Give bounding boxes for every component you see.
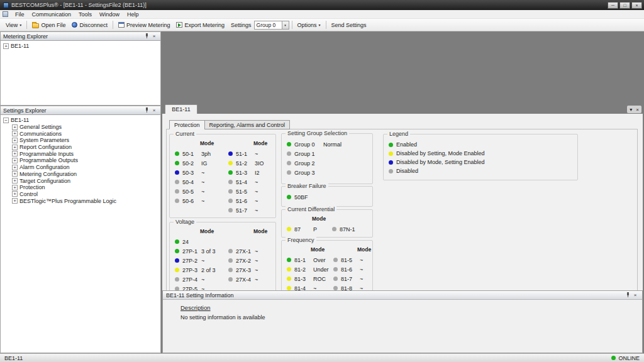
close-icon[interactable]: ×: [631, 292, 639, 299]
tree-expand-icon[interactable]: +: [12, 131, 18, 136]
tree-item-protection[interactable]: +Protection: [3, 184, 160, 191]
element-mode: ~: [201, 277, 204, 283]
tree-item-be1-11[interactable]: + BE1-11: [3, 43, 160, 50]
close-icon[interactable]: ×: [150, 33, 158, 40]
pin-icon[interactable]: [143, 33, 150, 40]
element-mode: ~: [255, 189, 258, 195]
metering-explorer-header[interactable]: Metering Explorer ×: [0, 31, 161, 41]
tree-item-be1-11-root[interactable]: − BE1-11: [3, 117, 160, 124]
tree-expand-icon[interactable]: +: [12, 158, 18, 163]
status-dot-gray: [287, 151, 291, 156]
tree-item-bestlogic-plus-programmable-logic[interactable]: +BESTlogic™Plus Programmable Logic: [3, 197, 160, 204]
status-dot-yellow: [287, 286, 291, 290]
tab-reporting-alarms-control[interactable]: Reporting, Alarms and Control: [204, 120, 291, 129]
preview-metering-button[interactable]: Preview Metering: [116, 21, 173, 30]
setting-information-header[interactable]: BE1-11 Setting Information ×: [163, 291, 642, 300]
element-label: 81-4: [294, 285, 312, 291]
element-label: 81-7: [341, 276, 358, 282]
title-bar[interactable]: BESTCOMSPlus® - [BE1-11 - SettingsFile2 …: [0, 0, 644, 10]
minimize-button[interactable]: ─: [608, 2, 618, 9]
tree-item-alarm-configuration[interactable]: +Alarm Configuration: [3, 164, 160, 171]
tree-expand-icon[interactable]: +: [12, 171, 18, 177]
tab-protection[interactable]: Protection: [169, 120, 205, 129]
tree-item-control[interactable]: +Control: [3, 191, 160, 198]
status-dot-gray: [228, 189, 233, 194]
element-label: Group 0: [294, 141, 322, 148]
protection-element-row: 50-5~: [175, 187, 228, 196]
status-dot-gray: [228, 180, 233, 184]
setting-information-title: BE1-11 Setting Information: [166, 292, 233, 299]
tree-item-target-configuration[interactable]: +Target Configuration: [3, 177, 160, 184]
protection-element-row: 50-13ph: [175, 149, 228, 158]
tree-expand-icon[interactable]: +: [12, 191, 18, 197]
settings-explorer-header[interactable]: Settings Explorer ×: [0, 106, 161, 115]
tree-expand-icon[interactable]: +: [3, 43, 9, 49]
status-dot-green: [287, 142, 291, 146]
tree-item-programmable-inputs[interactable]: +Programmable Inputs: [3, 150, 160, 157]
tree-item-label: Alarm Configuration: [19, 164, 70, 170]
close-button[interactable]: ×: [631, 2, 642, 9]
export-metering-button[interactable]: Export Metering: [174, 21, 227, 30]
groupbox-title: Setting Group Selection: [286, 130, 349, 136]
tree-expand-icon[interactable]: +: [12, 198, 18, 204]
status-dot-gray: [228, 268, 233, 272]
element-mode: ~: [360, 257, 363, 263]
menu-file[interactable]: File: [11, 10, 28, 18]
status-dot-gray: [228, 249, 233, 253]
chevron-down-icon[interactable]: ▾: [630, 107, 632, 112]
protection-element-row: 50-6~: [175, 196, 228, 206]
tree-collapse-icon[interactable]: −: [3, 118, 9, 123]
settings-group-select[interactable]: Group 0 ▾: [254, 21, 289, 30]
status-dot-gray: [287, 161, 291, 165]
element-label: Enabled: [396, 141, 417, 148]
element-label: 51-3: [236, 170, 253, 176]
send-settings-button[interactable]: Send Settings: [329, 21, 369, 30]
options-label: Options: [297, 22, 317, 28]
menu-communication[interactable]: Communication: [28, 10, 75, 18]
tree-item-system-parameters[interactable]: +System Parameters: [3, 137, 160, 144]
status-dot-yellow: [228, 161, 233, 165]
element-mode: ~: [201, 170, 204, 176]
tree-expand-icon[interactable]: +: [12, 124, 18, 130]
tree-expand-icon[interactable]: +: [12, 145, 18, 150]
mdi-workspace: BE1-11 ▾ × Protection Reporting, Alarms …: [161, 31, 644, 353]
send-settings-label: Send Settings: [331, 22, 367, 28]
menu-tools[interactable]: Tools: [75, 10, 96, 18]
disconnect-button[interactable]: Disconnect: [69, 21, 110, 30]
protection-element-row: 81-5~: [333, 255, 372, 265]
status-bar: BE1-11 ONLINE: [0, 353, 644, 362]
status-dot-gray: [333, 267, 338, 272]
open-file-button[interactable]: Open File: [30, 21, 68, 30]
status-dot-gray: [175, 180, 179, 184]
status-dot-yellow: [389, 151, 393, 156]
tree-expand-icon[interactable]: +: [12, 151, 18, 156]
tree-item-report-configuration[interactable]: +Report Configuration: [3, 144, 160, 151]
description-text: No setting information is available: [180, 314, 642, 321]
status-dot-gray: [332, 227, 336, 231]
maximize-button[interactable]: □: [619, 2, 630, 9]
tree-item-programmable-outputs[interactable]: +Programmable Outputs: [3, 157, 160, 164]
window-title: BESTCOMSPlus® - [BE1-11 - SettingsFile2 …: [11, 2, 608, 8]
element-mode: ~: [201, 189, 204, 195]
tree-expand-icon[interactable]: +: [12, 185, 18, 190]
element-mode: ~: [360, 266, 363, 273]
status-dot-green: [175, 151, 179, 156]
mdi-child-icon[interactable]: [3, 11, 8, 17]
tree-item-general-settings[interactable]: +General Settings: [3, 124, 160, 131]
pin-icon[interactable]: [143, 107, 150, 114]
view-button[interactable]: View ▾: [3, 21, 24, 30]
document-tab-be1-11[interactable]: BE1-11: [165, 104, 197, 114]
tree-expand-icon[interactable]: +: [12, 165, 18, 170]
tree-item-label: Programmable Inputs: [19, 151, 74, 157]
menu-help[interactable]: Help: [123, 10, 143, 18]
options-button[interactable]: Options ▾: [295, 21, 323, 30]
close-icon[interactable]: ×: [636, 107, 639, 112]
tree-item-communications[interactable]: +Communications: [3, 130, 160, 137]
tree-item-metering-configuration[interactable]: +Metering Configuration: [3, 171, 160, 178]
tree-item-label: Programmable Outputs: [19, 157, 78, 163]
tree-expand-icon[interactable]: +: [12, 138, 18, 143]
pin-icon[interactable]: [624, 292, 631, 299]
menu-window[interactable]: Window: [96, 10, 123, 18]
close-icon[interactable]: ×: [150, 107, 158, 114]
tree-expand-icon[interactable]: +: [12, 178, 18, 184]
